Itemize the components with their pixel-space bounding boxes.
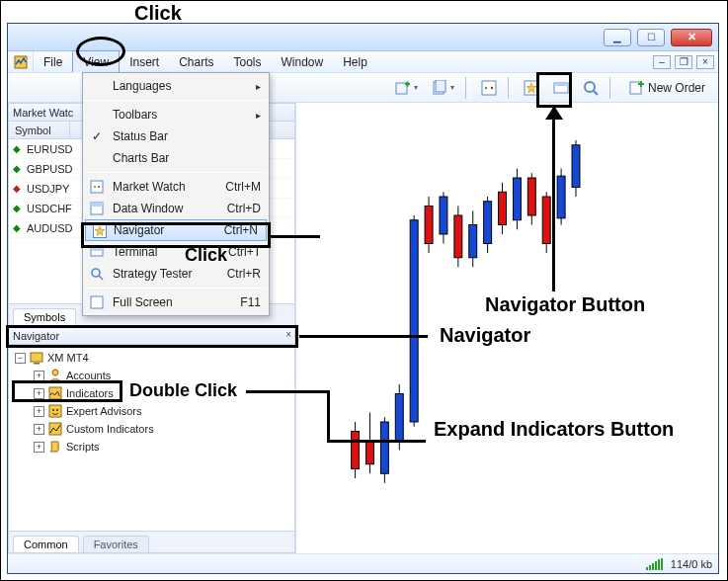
menu-help[interactable]: Help [333, 51, 377, 72]
svg-line-64 [99, 276, 103, 280]
nav-tab-common[interactable]: Common [13, 536, 79, 552]
tree-node-label: Expert Advisors [66, 405, 141, 417]
dd-languages[interactable]: Languages▸ [83, 75, 269, 97]
window-minimize-button[interactable] [604, 29, 631, 46]
strategy-tester-button[interactable] [578, 77, 604, 99]
menu-tools[interactable]: Tools [224, 51, 272, 72]
submenu-arrow-icon: ▸ [256, 110, 261, 121]
new-order-button[interactable]: New Order [620, 77, 714, 99]
svg-rect-43 [499, 192, 507, 224]
dd-separator [85, 288, 267, 289]
dd-toolbars[interactable]: Toolbars▸ [83, 104, 269, 125]
custom-indicators-icon [48, 422, 62, 436]
window-close-button[interactable] [671, 29, 712, 46]
svg-point-19 [52, 409, 54, 411]
candlestick-chart [296, 103, 718, 553]
svg-rect-37 [454, 215, 462, 258]
dd-shortcut: Ctrl+R [227, 267, 261, 281]
menu-charts[interactable]: Charts [169, 51, 223, 72]
new-order-label: New Order [648, 81, 705, 95]
market-watch-title-label: Market Watc [13, 107, 73, 119]
strategy-tester-icon [89, 266, 105, 282]
annotation-connector [299, 335, 428, 338]
market-watch-icon [89, 179, 105, 195]
dd-label: Market Watch [113, 180, 186, 194]
svg-rect-15 [34, 363, 40, 365]
svg-point-20 [56, 409, 58, 411]
svg-point-16 [52, 370, 58, 375]
tree-collapse-icon[interactable]: − [15, 353, 26, 364]
menu-window-label: Window [282, 55, 324, 69]
tree-node-custom-indicators[interactable]: + Custom Indicators [11, 420, 292, 438]
profiles-button[interactable]: ▾ [427, 77, 459, 99]
mdi-minimize-button[interactable]: – [653, 55, 671, 69]
arrow-down-icon: ◆ [13, 183, 21, 194]
dd-charts-bar[interactable]: Charts Bar [83, 147, 269, 169]
tree-node-label: Custom Indicators [66, 423, 154, 435]
arrow-up-icon: ◆ [13, 163, 21, 174]
data-window-icon [89, 201, 105, 216]
status-bar: 114/0 kb [8, 553, 718, 573]
tree-node-scripts[interactable]: + Scripts [11, 438, 292, 456]
svg-rect-39 [469, 225, 477, 258]
chevron-down-icon: ▾ [414, 83, 418, 92]
svg-rect-27 [380, 422, 388, 473]
dd-strategy-tester[interactable]: Strategy TesterCtrl+R [83, 263, 269, 285]
dd-label: Full Screen [113, 295, 173, 309]
new-chart-button[interactable]: ▾ [390, 77, 423, 99]
svg-point-55 [94, 186, 96, 188]
dd-full-screen[interactable]: Full ScreenF11 [83, 291, 269, 313]
svg-line-12 [594, 91, 598, 95]
svg-rect-14 [31, 353, 42, 362]
nav-tab-label: Favorites [94, 539, 138, 550]
arrow-up-icon: ◆ [13, 203, 21, 213]
mw-symbol-label: USDJPY [27, 183, 69, 195]
market-watch-button[interactable] [476, 77, 502, 99]
fullscreen-icon [89, 294, 105, 310]
svg-rect-49 [542, 197, 550, 244]
tree-expand-icon[interactable]: + [34, 406, 44, 417]
svg-rect-41 [484, 202, 492, 244]
dd-status-bar[interactable]: Status Bar [83, 125, 269, 147]
svg-rect-51 [557, 176, 565, 218]
tree-node-experts[interactable]: + Expert Advisors [11, 402, 292, 420]
svg-rect-54 [91, 181, 103, 193]
mdi-restore-button[interactable]: ❐ [675, 55, 692, 69]
tree-expand-icon[interactable]: + [34, 442, 44, 453]
scripts-icon [48, 440, 62, 454]
svg-rect-47 [527, 178, 535, 215]
menu-file[interactable]: File [34, 51, 72, 72]
mdi-close-button[interactable]: × [696, 55, 714, 69]
dd-market-watch[interactable]: Market WatchCtrl+M [83, 176, 269, 198]
dd-shortcut: F11 [240, 295, 261, 309]
svg-point-56 [98, 186, 100, 188]
menu-tools-label: Tools [234, 55, 262, 69]
annotation-connector [327, 390, 330, 442]
dd-shortcut: Ctrl+M [225, 180, 261, 194]
menu-insert[interactable]: Insert [120, 51, 169, 72]
svg-rect-29 [395, 394, 403, 442]
tree-root[interactable]: − XM MT4 [11, 349, 292, 367]
tree-expand-icon[interactable]: + [34, 371, 44, 381]
svg-rect-21 [49, 423, 61, 435]
annotation-box-indicators [12, 380, 122, 402]
mw-header-symbol: Symbol [9, 122, 70, 138]
svg-rect-65 [91, 296, 103, 308]
dd-data-window[interactable]: Data WindowCtrl+D [83, 198, 269, 219]
nav-tab-favorites[interactable]: Favorites [83, 536, 149, 552]
nav-tab-label: Common [24, 539, 68, 550]
mw-tab-label: Symbols [24, 311, 65, 323]
dd-shortcut: Ctrl+D [227, 202, 261, 215]
svg-rect-35 [440, 197, 447, 234]
tree-expand-icon[interactable]: + [34, 424, 44, 435]
navigator-tabs: Common Favorites [9, 531, 294, 552]
svg-rect-25 [366, 441, 374, 464]
view-dropdown-menu: Languages▸ Toolbars▸ Status Bar Charts B… [82, 72, 270, 316]
dd-separator [85, 100, 267, 101]
menu-window[interactable]: Window [272, 51, 334, 72]
mw-tab-symbols[interactable]: Symbols [13, 308, 76, 325]
chart-area[interactable] [296, 103, 718, 553]
menu-charts-label: Charts [179, 55, 213, 69]
svg-rect-33 [425, 207, 433, 244]
window-maximize-button[interactable] [637, 29, 665, 46]
